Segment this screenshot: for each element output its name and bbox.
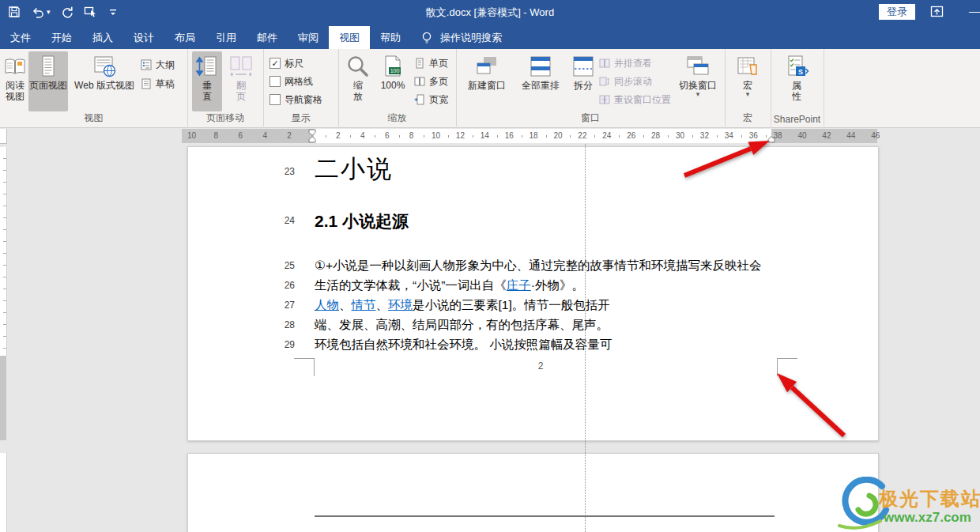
switch-windows-icon [685, 54, 710, 79]
ruler-tick [448, 135, 449, 138]
draft-view-button[interactable]: 草稿 [141, 76, 175, 92]
minimize-button[interactable]: — [969, 3, 980, 19]
tell-me-search[interactable]: 操作说明搜索 [420, 26, 502, 49]
switch-windows-button[interactable]: 切换窗口 ▾ [675, 51, 721, 111]
ruler-tick [424, 135, 424, 138]
ruler-checkbox[interactable]: ✓ 标尺 [270, 55, 303, 71]
text-segment: 生活的文学体裁，“小说”一词出自《 [315, 278, 507, 292]
navigation-pane-checkbox[interactable]: 导航窗格 [270, 92, 322, 108]
ruler-number: 44 [846, 131, 855, 140]
tab-home[interactable]: 开始 [41, 26, 82, 49]
group-views: 阅读 视图 页面视图 Web 版式视图 大纲 草稿 视图 [0, 49, 188, 126]
hyperlink[interactable]: 情节 [352, 298, 376, 311]
draft-icon [141, 78, 152, 89]
one-page-button[interactable]: 单页 [414, 55, 448, 71]
group-label-sharepoint: SharePoint [771, 114, 824, 125]
group-label-page-movement: 页面移动 [187, 111, 263, 125]
tab-view[interactable]: 视图 [329, 26, 370, 49]
line-text[interactable]: 端、发展、高潮、结局四部分，有的包括序幕、尾声。 [315, 317, 609, 334]
tab-review[interactable]: 审阅 [288, 26, 329, 49]
text-segment: 是小说的三要素[1]。情节一般包括开 [413, 298, 610, 311]
tab-references[interactable]: 引用 [205, 26, 247, 49]
ribbon-display-options-button[interactable] [930, 5, 944, 18]
tell-me-label: 操作说明搜索 [440, 31, 502, 45]
print-layout-button[interactable]: 页面视图 [28, 51, 68, 111]
zoom-button[interactable]: 缩 放 [343, 51, 373, 111]
line-number: 25 [271, 260, 295, 271]
side-by-side-icon [599, 58, 610, 69]
ribbon-tab-bar: 文件开始插入设计布局引用邮件审阅视图帮助 操作说明搜索 [0, 24, 980, 49]
view-side-by-side-button: 并排查看 [599, 55, 652, 71]
line-text[interactable]: 环境包括自然环境和社会环境。 小说按照篇幅及容量可 [315, 337, 612, 353]
group-label-macros: 宏 [725, 111, 771, 125]
multiple-pages-button[interactable]: 多页 [414, 74, 448, 89]
lightbulb-icon [420, 31, 433, 45]
document-area: 23二小说242.1 小说起源25①+小说是一种以刻画人物形象为中心、通过完整的… [0, 143, 980, 532]
print-layout-icon [36, 54, 61, 79]
vertical-ruler[interactable] [0, 147, 7, 356]
page-width-button[interactable]: 页宽 [414, 92, 448, 108]
ruler-tick [619, 135, 620, 138]
first-line-indent-marker[interactable] [309, 130, 315, 136]
ruler-number: 28 [651, 131, 660, 140]
text-segment: ①+小说是一种以刻画人物形象为中心、通过完整的故事情节和环境描写来反映社会 [315, 258, 761, 272]
arrange-all-button[interactable]: 全部重排 [515, 51, 566, 111]
zoom-100-button[interactable]: 100 100% [376, 51, 409, 111]
properties-button[interactable]: S 属 性 [777, 51, 816, 111]
ruler-number: 32 [700, 131, 709, 140]
hyperlink[interactable]: 环境 [388, 298, 413, 311]
sync-scrolling-icon [599, 76, 610, 87]
ruler-number: 40 [797, 131, 806, 140]
line-text[interactable]: 生活的文学体裁，“小说”一词出自《庄子·外物》。 [315, 277, 584, 294]
tab-mailings[interactable]: 邮件 [247, 26, 288, 49]
tab-insert[interactable]: 插入 [82, 26, 123, 49]
macros-button[interactable]: 宏 ▾ [731, 51, 764, 111]
ruler-number: 10 [432, 131, 440, 140]
horizontal-rule [315, 515, 775, 517]
ruler-tick [497, 135, 498, 138]
ruler-number: 16 [505, 131, 514, 140]
ruler-tick [399, 135, 400, 138]
tab-help[interactable]: 帮助 [370, 26, 411, 49]
group-label-window: 窗口 [456, 111, 725, 125]
chevron-down-icon: ▾ [731, 91, 764, 97]
tab-file[interactable]: 文件 [0, 26, 41, 49]
vertical-button[interactable]: 垂 直 [192, 51, 222, 111]
document-page-1[interactable]: 23二小说242.1 小说起源25①+小说是一种以刻画人物形象为中心、通过完整的… [187, 146, 879, 441]
ruler-tick [643, 135, 644, 138]
horizontal-ruler[interactable]: 1086422468101214161820222426283032343638… [182, 129, 877, 143]
web-layout-button[interactable]: Web 版式视图 [70, 51, 139, 111]
new-window-button[interactable]: 新建窗口 [462, 51, 512, 111]
line-text[interactable]: 2.1 小说起源 [315, 210, 409, 232]
one-page-icon [414, 58, 425, 69]
tab-layout[interactable]: 布局 [164, 26, 205, 49]
hanging-indent-marker[interactable] [309, 137, 315, 143]
sharepoint-properties-icon: S [784, 54, 809, 79]
read-mode-button[interactable]: 阅读 视图 [2, 51, 28, 111]
line-text[interactable]: ①+小说是一种以刻画人物形象为中心、通过完整的故事情节和环境描写来反映社会 [315, 258, 761, 274]
line-text[interactable]: 二小说 [315, 153, 393, 186]
hyperlink[interactable]: 人物 [315, 298, 339, 311]
ruler-number: 38 [774, 131, 782, 140]
line-text[interactable]: 人物、情节、环境是小说的三要素[1]。情节一般包括开 [315, 297, 610, 314]
text-segment: 环境包括自然环境和社会环境。 小说按照篇幅及容量可 [315, 338, 612, 351]
outline-view-button[interactable]: 大纲 [141, 57, 175, 73]
synchronous-scrolling-button: 同步滚动 [599, 74, 652, 89]
sign-in-button[interactable]: 登录 [879, 4, 915, 20]
ribbon-display-options-icon [930, 5, 944, 18]
ruler-number: 14 [481, 131, 489, 140]
checkbox-checked-icon: ✓ [270, 58, 281, 69]
vertical-ruler-page2 [0, 453, 7, 532]
ruler-tick [546, 135, 547, 138]
tab-design[interactable]: 设计 [123, 26, 164, 49]
page-number: 2 [525, 360, 556, 372]
gridlines-checkbox[interactable]: 网格线 [270, 74, 313, 89]
checkbox-unchecked-icon [270, 76, 281, 87]
svg-text:100: 100 [390, 68, 400, 74]
split-button[interactable]: 拆分 [569, 51, 597, 111]
page-width-icon [414, 94, 425, 105]
document-page-2[interactable] [187, 453, 879, 532]
ruler-number: 8 [409, 131, 414, 140]
read-mode-icon [2, 54, 28, 79]
hyperlink[interactable]: 庄子 [507, 278, 531, 292]
